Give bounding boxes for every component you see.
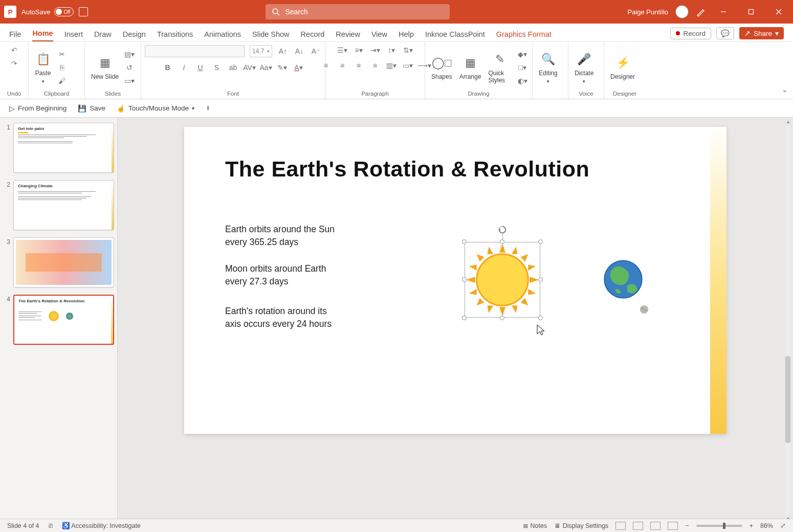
accessibility-status[interactable]: ♿ Accessibility: Investigate xyxy=(62,522,141,529)
format-painter-button[interactable]: 🖌 xyxy=(56,76,68,86)
customize-qat-button[interactable]: ⬇ xyxy=(206,105,210,112)
autosave-toggle[interactable]: Off xyxy=(54,7,74,16)
zoom-slider[interactable] xyxy=(696,525,742,527)
editing-button[interactable]: 🔍Editing▾ xyxy=(537,50,560,85)
layout-button[interactable]: ▤▾ xyxy=(124,49,135,59)
undo-button[interactable]: ↶ xyxy=(9,45,20,55)
columns-button[interactable]: ▥▾ xyxy=(386,60,397,71)
close-button[interactable] xyxy=(768,4,789,19)
tab-graphics-format[interactable]: Graphics Format xyxy=(496,30,552,41)
scroll-thumb[interactable] xyxy=(785,356,790,443)
numbering-button[interactable]: ≡▾ xyxy=(353,45,364,55)
scroll-up-button[interactable]: ▴ xyxy=(784,119,792,126)
tab-classpoint[interactable]: Inknoe ClassPoint xyxy=(425,30,485,41)
paste-button[interactable]: 📋 Paste ▾ xyxy=(33,50,53,85)
text-direction-button[interactable]: ⇅▾ xyxy=(402,45,413,55)
copy-button[interactable]: ⎘ xyxy=(56,62,68,73)
reading-view-button[interactable] xyxy=(650,522,660,530)
align-left-button[interactable]: ≡ xyxy=(320,60,332,71)
font-color-button[interactable]: A▾ xyxy=(293,62,304,73)
display-settings-button[interactable]: 🖥 Display Settings xyxy=(554,522,608,529)
comments-button[interactable]: 💬 xyxy=(716,27,734,39)
bold-button[interactable]: B xyxy=(162,62,173,73)
align-text-button[interactable]: ▭▾ xyxy=(402,60,413,71)
collapse-ribbon-button[interactable]: ⌄ xyxy=(782,85,788,94)
arrange-button[interactable]: ▦Arrange xyxy=(457,54,483,81)
slide-thumbnail-1[interactable]: Get into pairs xyxy=(13,123,114,173)
normal-view-button[interactable] xyxy=(615,522,626,530)
highlight-button[interactable]: ✎▾ xyxy=(277,62,288,73)
avatar[interactable] xyxy=(675,5,689,18)
justify-button[interactable]: ≡ xyxy=(369,60,381,71)
tab-slideshow[interactable]: Slide Show xyxy=(252,30,290,41)
align-right-button[interactable]: ≡ xyxy=(353,60,364,71)
slide-canvas[interactable]: The Earth's Rotation & Revolution Earth … xyxy=(184,127,726,434)
slide-thumbnail-3[interactable] xyxy=(13,237,114,287)
vertical-scrollbar[interactable]: ▴ ▾ xyxy=(784,119,792,523)
quick-styles-button[interactable]: ✎Quick Styles xyxy=(486,50,514,85)
slide-thumbnail-2[interactable]: Changing Climate xyxy=(13,180,114,230)
maximize-button[interactable] xyxy=(741,4,761,19)
shape-outline-button[interactable]: □▾ xyxy=(517,62,528,73)
slide-paragraph-1[interactable]: Earth orbits around the Sun every 365.25… xyxy=(225,223,348,249)
increase-font-button[interactable]: A↑ xyxy=(277,46,289,56)
earth-graphic[interactable] xyxy=(603,259,644,300)
redo-button[interactable]: ↷ xyxy=(9,58,20,69)
slide-thumbnails-panel[interactable]: 1 Get into pairs 2 Changing Climate xyxy=(0,118,118,524)
font-name-input[interactable] xyxy=(145,45,245,57)
save-button[interactable]: 💾Save xyxy=(78,104,105,113)
save-icon[interactable] xyxy=(79,7,88,16)
tab-review[interactable]: Review xyxy=(336,30,360,41)
slide-paragraph-2[interactable]: Moon orbits around Earth every 27.3 days xyxy=(225,262,338,289)
search-input[interactable] xyxy=(285,8,444,16)
tab-design[interactable]: Design xyxy=(123,30,146,41)
search-box[interactable] xyxy=(266,4,450,19)
slideshow-view-button[interactable] xyxy=(668,522,678,530)
strike-button[interactable]: S xyxy=(211,62,223,73)
tab-animations[interactable]: Animations xyxy=(204,30,241,41)
pen-icon[interactable] xyxy=(696,7,706,17)
list-level-button[interactable]: ⇥▾ xyxy=(369,45,381,55)
decrease-font-button[interactable]: A↓ xyxy=(294,46,305,56)
char-spacing-button[interactable]: AV▾ xyxy=(244,62,255,73)
from-beginning-button[interactable]: ▷From Beginning xyxy=(9,104,67,113)
tab-file[interactable]: File xyxy=(9,30,21,41)
section-button[interactable]: ▭▾ xyxy=(124,76,135,86)
dictate-button[interactable]: 🎤Dictate▾ xyxy=(572,50,596,85)
tab-record[interactable]: Record xyxy=(301,30,325,41)
tab-draw[interactable]: Draw xyxy=(94,30,112,41)
sun-graphic-selected[interactable] xyxy=(465,242,540,318)
slide-paragraph-3[interactable]: Earth's rotation around its axis occurs … xyxy=(225,305,343,331)
tab-home[interactable]: Home xyxy=(32,29,53,41)
slide-canvas-area[interactable]: The Earth's Rotation & Revolution Earth … xyxy=(118,118,793,524)
bullets-button[interactable]: ☰▾ xyxy=(337,45,348,55)
italic-button[interactable]: I xyxy=(179,62,190,73)
moon-graphic[interactable] xyxy=(640,305,649,314)
record-button[interactable]: Record xyxy=(670,28,711,39)
slide-title[interactable]: The Earth's Rotation & Revolution xyxy=(225,157,589,182)
shape-fill-button[interactable]: ◆▾ xyxy=(517,49,528,59)
cut-button[interactable]: ✂ xyxy=(56,49,68,59)
zoom-out-button[interactable]: − xyxy=(685,522,689,529)
font-size-input[interactable]: 14.7▾ xyxy=(250,45,272,57)
tab-transitions[interactable]: Transitions xyxy=(157,30,193,41)
zoom-in-button[interactable]: + xyxy=(750,522,753,529)
touch-mode-button[interactable]: ☝Touch/Mouse Mode▾ xyxy=(117,104,194,113)
line-spacing-button[interactable]: ↕▾ xyxy=(386,45,397,55)
slide-thumbnail-4[interactable]: The Earth's Rotation & Revolution xyxy=(13,295,114,345)
rotate-handle-icon[interactable] xyxy=(497,225,508,235)
fit-to-window-button[interactable]: ⤢ xyxy=(780,522,786,529)
designer-button[interactable]: ⚡Designer xyxy=(608,54,637,81)
slide-counter[interactable]: Slide 4 of 4 xyxy=(7,522,39,529)
align-center-button[interactable]: ≡ xyxy=(337,60,348,71)
minimize-button[interactable] xyxy=(713,4,734,19)
shapes-button[interactable]: ◯□Shapes xyxy=(429,54,454,81)
new-slide-button[interactable]: ▦ New Slide xyxy=(89,54,121,81)
clear-format-button[interactable]: A⁻ xyxy=(310,46,321,56)
language-icon[interactable]: ⎚ xyxy=(49,522,53,529)
tab-help[interactable]: Help xyxy=(399,30,414,41)
tab-view[interactable]: View xyxy=(371,30,387,41)
share-button[interactable]: ↗Share▾ xyxy=(739,27,784,39)
underline-button[interactable]: U xyxy=(195,62,206,73)
sorter-view-button[interactable] xyxy=(633,522,643,530)
